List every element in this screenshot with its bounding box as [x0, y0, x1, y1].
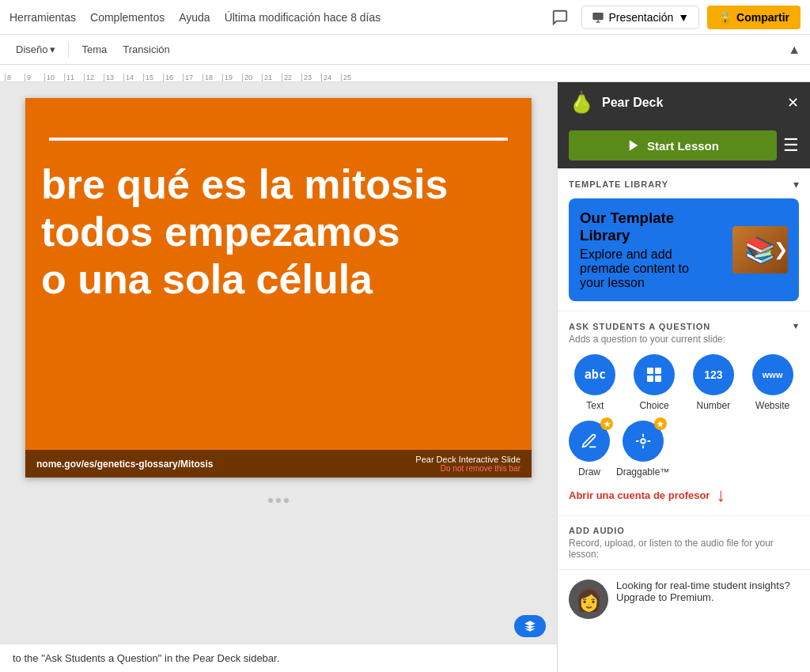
website-question-icon: www	[752, 354, 793, 395]
ask-students-section: ASK STUDENTS A QUESTION ▾ Adds a questio…	[558, 311, 810, 515]
question-text-button[interactable]: abc Text	[569, 354, 622, 411]
sidebar-header: 🍐 Pear Deck ✕	[558, 82, 810, 123]
ruler-mark: 17	[183, 74, 202, 81]
interactive-label: Pear Deck Interactive Slide	[415, 455, 520, 464]
design-chevron-icon: ▾	[50, 43, 55, 55]
svg-rect-7	[655, 376, 661, 382]
notification-text: Looking for real-time student insights? …	[616, 580, 799, 603]
svg-rect-0	[592, 13, 603, 20]
ask-section-subtitle: Adds a question to your current slide:	[569, 334, 799, 345]
question-draw-button[interactable]: ★ Draw	[569, 421, 610, 478]
share-label: Compartir	[736, 11, 789, 24]
present-label: Presentación	[609, 11, 674, 24]
ruler-mark: 19	[222, 74, 242, 81]
premium-link[interactable]: Abrir una cuenta de profesor	[569, 489, 710, 501]
choice-question-icon	[634, 354, 675, 395]
sidebar-title: Pear Deck	[602, 96, 663, 110]
bottom-notification: 👩 Looking for real-time student insights…	[558, 569, 810, 629]
template-card-description: Explore and add premade content to your …	[580, 247, 701, 290]
ruler: 8 9 10 11 12 13 14 15 16 17 18 19 20 21 …	[0, 65, 810, 82]
ruler-mark: 20	[242, 74, 262, 81]
toolbar-design[interactable]: Diseño ▾	[9, 40, 62, 59]
draw-question-label: Draw	[578, 466, 600, 478]
pear-deck-sidebar: 🍐 Pear Deck ✕ Start Lesson ☰ TEMPLATE LI…	[557, 82, 810, 672]
svg-rect-4	[647, 368, 653, 374]
ruler-mark: 10	[44, 74, 64, 81]
notification-avatar: 👩	[569, 580, 608, 619]
svg-marker-3	[630, 140, 638, 151]
present-button[interactable]: Presentación ▼	[581, 6, 700, 29]
draggable-question-icon: ★	[623, 421, 664, 462]
red-arrow-icon: ↓	[716, 484, 725, 506]
share-lock-icon: 🔒	[718, 11, 732, 24]
ask-section-header[interactable]: ASK STUDENTS A QUESTION ▾	[569, 321, 799, 331]
top-bar: Herramientas Complementos Ayuda Última m…	[0, 0, 810, 35]
svg-rect-5	[655, 368, 661, 374]
template-library-section: TEMPLATE LIBRARY ▾ Our Template Library …	[558, 168, 810, 311]
slide-dot	[268, 498, 273, 503]
ruler-mark: 24	[321, 74, 341, 81]
ruler-mark: 18	[202, 74, 222, 81]
draw-premium-badge: ★	[600, 417, 613, 430]
toolbar-sep1	[68, 42, 69, 58]
number-question-icon: 123	[693, 354, 734, 395]
slide-canvas[interactable]: bre qué es la mitosis todos empezamos o …	[25, 98, 532, 478]
svg-point-8	[641, 439, 645, 444]
ruler-mark: 14	[123, 74, 143, 81]
start-lesson-button[interactable]: Start Lesson	[569, 130, 777, 160]
template-library-title: TEMPLATE LIBRARY	[569, 179, 668, 189]
last-modified[interactable]: Última modificación hace 8 días	[225, 11, 381, 24]
main-content: bre qué es la mitosis todos empezamos o …	[0, 82, 810, 672]
slide-dot	[276, 498, 281, 503]
slide-note: to the "Ask Students a Question" in the …	[0, 644, 557, 672]
add-audio-section: ADD AUDIO Record, upload, or listen to t…	[558, 515, 810, 569]
template-library-card[interactable]: Our Template Library Explore and add pre…	[569, 198, 799, 301]
template-card-arrow-icon: ❯	[774, 240, 788, 260]
ruler-mark: 11	[64, 74, 84, 81]
template-card-title: Our Template Library	[580, 210, 701, 244]
comment-icon[interactable]	[547, 4, 573, 31]
ask-section-chevron-icon: ▾	[793, 321, 799, 331]
ruler-mark: 16	[163, 74, 183, 81]
share-button[interactable]: 🔒 Compartir	[707, 6, 801, 29]
toolbar-transition[interactable]: Transición	[116, 40, 176, 59]
present-chevron: ▼	[678, 11, 689, 24]
svg-rect-6	[647, 376, 653, 382]
question-type-grid: abc Text Choice	[569, 354, 799, 411]
ai-button[interactable]	[514, 615, 546, 637]
hamburger-menu-button[interactable]: ☰	[783, 135, 799, 156]
menu-ayuda[interactable]: Ayuda	[179, 11, 210, 24]
add-audio-title: ADD AUDIO	[569, 526, 799, 535]
ruler-marks: 8 9 10 11 12 13 14 15 16 17 18 19 20 21 …	[0, 74, 361, 81]
slide-area: bre qué es la mitosis todos empezamos o …	[0, 82, 557, 672]
ask-section-title: ASK STUDENTS A QUESTION	[569, 322, 710, 331]
top-bar-left: Herramientas Complementos Ayuda Última m…	[9, 11, 380, 24]
slide-dot	[284, 498, 289, 503]
draw-question-icon: ★	[569, 421, 610, 462]
text-question-icon: abc	[574, 354, 615, 395]
question-website-button[interactable]: www Website	[746, 354, 799, 411]
slide-main-text: bre qué es la mitosis todos empezamos o …	[41, 161, 516, 303]
collapse-toolbar-icon[interactable]: ▲	[788, 43, 801, 56]
top-bar-right: Presentación ▼ 🔒 Compartir	[547, 4, 801, 31]
question-choice-button[interactable]: Choice	[628, 354, 681, 411]
menu-herramientas[interactable]: Herramientas	[9, 11, 76, 24]
ruler-mark: 8	[5, 74, 25, 81]
ruler-mark: 9	[25, 74, 44, 81]
ruler-mark: 21	[262, 74, 282, 81]
toolbar-right: ▲	[788, 43, 801, 57]
question-row2: ★ Draw ★ Draggable™	[569, 421, 799, 478]
pear-logo-icon: 🍐	[569, 90, 594, 115]
toolbar: Diseño ▾ Tema Transición ▲	[0, 35, 810, 65]
website-question-label: Website	[755, 400, 789, 411]
menu-complementos[interactable]: Complementos	[90, 11, 165, 24]
question-draggable-button[interactable]: ★ Draggable™	[616, 421, 669, 478]
sidebar-close-button[interactable]: ✕	[787, 94, 799, 111]
slide-white-line	[49, 138, 508, 141]
toolbar-theme[interactable]: Tema	[75, 40, 113, 59]
slide-footer-right: Pear Deck Interactive Slide Do not remov…	[415, 455, 520, 473]
ruler-mark: 13	[104, 74, 123, 81]
template-library-header[interactable]: TEMPLATE LIBRARY ▾	[569, 178, 799, 191]
slide-footer: nome.gov/es/genetics-glossary/Mitosis Pe…	[25, 450, 532, 478]
question-number-button[interactable]: 123 Number	[687, 354, 740, 411]
